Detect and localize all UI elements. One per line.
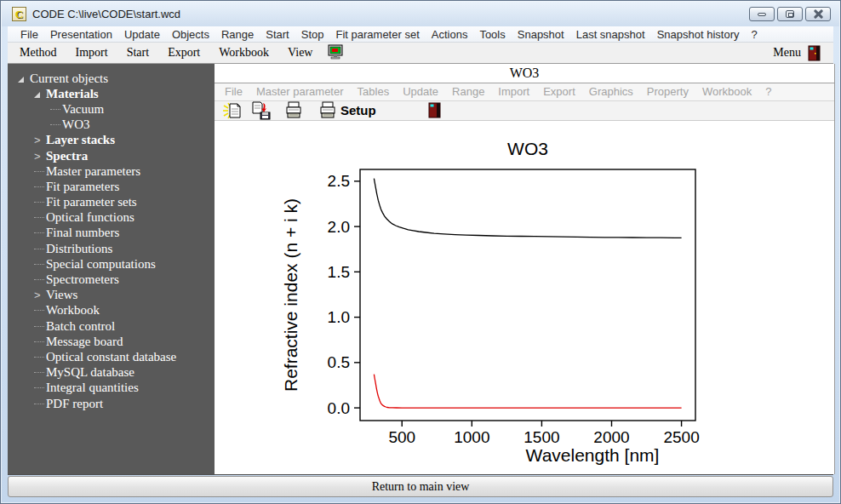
new-document-icon [223,101,243,120]
maximize-button[interactable] [777,7,803,21]
toolbar-item-workbook[interactable]: Workbook [212,46,281,60]
panel-menu-item-file[interactable]: File [218,85,249,98]
sidebar-item-views[interactable]: >Views [8,288,215,303]
menubar-item-tools[interactable]: Tools [473,28,511,41]
new-document-button[interactable] [223,101,243,120]
print-button[interactable] [283,101,304,120]
panel-menu-item-graphics[interactable]: Graphics [582,85,640,98]
sidebar-item-label: Integral quantities [46,381,139,395]
panel-menu-item-import[interactable]: Import [491,85,536,98]
chart-ylabel: Refractive index (n + i k) [281,198,300,392]
sidebar-item-special-computations[interactable]: Special computations [8,256,215,272]
sidebar-item-optical-constant-database[interactable]: Optical constant database [8,349,215,364]
panel-menu-item-range[interactable]: Range [445,85,491,98]
panel-menu-item-property[interactable]: Property [640,85,695,98]
sidebar-item-layer-stacks[interactable]: >Layer stacks [8,133,215,148]
sidebar-item-master-parameters[interactable]: Master parameters [8,163,215,179]
x-tick-label: 500 [388,428,415,446]
panel-menu-item-tables[interactable]: Tables [351,85,397,98]
sidebar-item-label: Vacuum [62,102,104,117]
window-controls [749,7,834,21]
bottom-bar: Return to main view [8,476,833,497]
sidebar-item-distributions[interactable]: Distributions [8,241,215,256]
toolbar-item-view[interactable]: View [281,46,324,60]
minimize-icon [758,13,766,16]
menubar-item-snapshot[interactable]: Snapshot [512,28,570,41]
x-tick-label: 1000 [454,428,489,446]
tree-expanded-icon[interactable] [18,72,30,86]
panel-toolbar: Setup [215,101,834,121]
menubar-item-[interactable]: ? [745,28,763,41]
sidebar-item-current-objects[interactable]: Current objects [8,71,215,86]
menubar-item-start[interactable]: Start [260,28,295,41]
menubar-item-update[interactable]: Update [118,28,166,41]
sidebar-item-label: Final numbers [46,226,119,240]
monitor-icon [326,44,345,61]
tree-collapsed-icon[interactable]: > [34,289,46,301]
sidebar-item-fit-parameter-sets[interactable]: Fit parameter sets [8,195,215,210]
sidebar-item-wo3[interactable]: WO3 [8,117,215,133]
sidebar-item-fit-parameters[interactable]: Fit parameters [8,179,215,194]
toolbar-item-import[interactable]: Import [69,46,120,60]
main-toolbar: MethodImportStartExportWorkbookView Menu [8,43,833,64]
sidebar-item-label: WO3 [62,117,90,132]
view-monitor-button[interactable] [326,44,345,61]
object-tree-sidebar: Current objectsMaterialsVacuumWO3>Layer … [8,64,215,474]
tree-connector [50,109,60,110]
print-setup-button[interactable]: Setup [318,101,376,120]
panel-exit-door-icon [428,102,442,118]
sidebar-item-batch-control[interactable]: Batch control [8,318,215,334]
y-tick-label: 0.5 [328,353,350,371]
menubar-item-range[interactable]: Range [215,28,260,41]
save-export-button[interactable] [251,101,272,120]
tree-expanded-icon[interactable] [34,87,46,101]
return-to-main-view-button[interactable]: Return to main view [8,476,833,497]
sidebar-item-mysql-database[interactable]: MySQL database [8,365,215,381]
toolbar-item-start[interactable]: Start [120,46,161,60]
sidebar-item-label: PDF report [46,397,103,411]
chart-xlabel: Wavelength [nm] [526,445,660,465]
y-tick-label: 2.5 [328,172,350,190]
menubar-item-presentation[interactable]: Presentation [44,28,118,41]
sidebar-item-label: Batch control [46,319,115,334]
menubar-item-actions[interactable]: Actions [426,28,474,41]
sidebar-item-materials[interactable]: Materials [8,86,215,101]
sidebar-item-integral-quantities[interactable]: Integral quantities [8,381,215,396]
menubar-item-stop[interactable]: Stop [295,28,330,41]
setup-label: Setup [340,103,376,117]
menubar-item-objects[interactable]: Objects [166,28,215,41]
sidebar-item-message-board[interactable]: Message board [8,334,215,349]
panel-menu-item-[interactable]: ? [758,85,778,98]
menubar-item-fit-parameter-set[interactable]: Fit parameter set [329,28,425,41]
sidebar-item-vacuum[interactable]: Vacuum [8,101,215,117]
panel-menu-item-export[interactable]: Export [536,85,582,98]
sidebar-item-workbook[interactable]: Workbook [8,303,215,318]
tree-collapsed-icon[interactable]: > [34,134,46,146]
tree-connector [34,171,44,172]
tree-connector [34,249,44,249]
menubar-item-file[interactable]: File [14,28,44,41]
tree-connector [34,357,44,358]
sidebar-item-final-numbers[interactable]: Final numbers [8,226,215,241]
minimize-button[interactable] [749,7,775,21]
panel-menu-item-workbook[interactable]: Workbook [695,85,758,98]
sidebar-item-optical-functions[interactable]: Optical functions [8,210,215,226]
menubar-item-snapshot-history[interactable]: Snapshot history [651,28,746,41]
menu-button[interactable]: Menu [773,46,801,60]
panel-exit-button[interactable] [428,102,442,118]
menubar-item-last-snapshot[interactable]: Last snapshot [570,28,651,41]
sidebar-item-label: Fit parameters [46,180,119,194]
panel-menu-item-master-parameter[interactable]: Master parameter [249,85,351,98]
close-button[interactable] [805,7,831,21]
sidebar-item-label: Message board [46,335,123,349]
panel-menu-item-update[interactable]: Update [396,85,445,98]
sidebar-item-spectrometers[interactable]: Spectrometers [8,272,215,287]
toolbar-item-export[interactable]: Export [161,46,212,60]
sidebar-item-label: Distributions [46,242,112,256]
tree-collapsed-icon[interactable]: > [34,150,46,163]
sidebar-item-label: Spectrometers [46,272,119,287]
exit-door-icon[interactable] [808,45,821,61]
sidebar-item-pdf-report[interactable]: PDF report [8,396,215,411]
toolbar-item-method[interactable]: Method [13,46,69,60]
sidebar-item-spectra[interactable]: >Spectra [8,148,215,163]
